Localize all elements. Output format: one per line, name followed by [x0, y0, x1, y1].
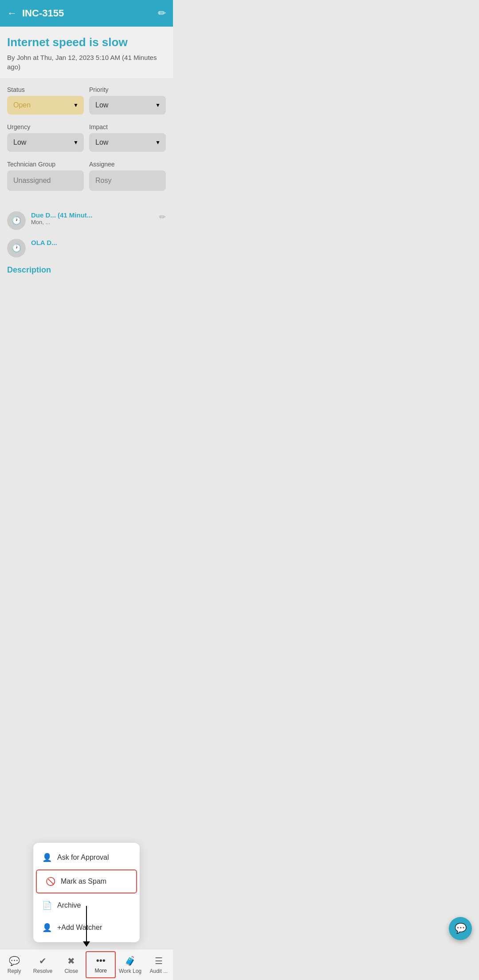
- due-date-content: Due D... (41 Minut... Mon, ...: [31, 211, 154, 225]
- urgency-select-wrapper[interactable]: Low: [7, 133, 84, 152]
- ticket-title-section: Internet speed is slow By John at Thu, J…: [0, 27, 173, 79]
- description-title: Description: [7, 265, 166, 275]
- priority-field-group: Priority Low: [89, 86, 166, 115]
- tech-group-value[interactable]: Unassigned: [7, 170, 84, 191]
- impact-label: Impact: [89, 123, 166, 130]
- urgency-field-group: Urgency Low: [7, 123, 84, 152]
- due-date-icon: 🕐: [7, 211, 26, 230]
- status-select-wrapper[interactable]: Open: [7, 96, 84, 115]
- due-date-row: 🕐 Due D... (41 Minut... Mon, ... ✏: [7, 207, 166, 234]
- due-date-edit-icon[interactable]: ✏: [159, 211, 166, 222]
- impact-select-wrapper[interactable]: Low: [89, 133, 166, 152]
- ola-row: 🕐 OLA D...: [7, 234, 166, 262]
- priority-select-wrapper[interactable]: Low: [89, 96, 166, 115]
- ola-title: OLA D...: [31, 239, 166, 246]
- urgency-label: Urgency: [7, 123, 84, 130]
- status-field-group: Status Open: [7, 86, 84, 115]
- items-section: 🕐 Due D... (41 Minut... Mon, ... ✏ 🕐 OLA…: [0, 207, 173, 262]
- description-section: Description: [0, 262, 173, 280]
- assignee-value[interactable]: Rosy: [89, 170, 166, 191]
- due-date-subtitle: Mon, ...: [31, 219, 154, 225]
- urgency-impact-row: Urgency Low Impact Low: [7, 123, 166, 152]
- impact-select[interactable]: Low: [89, 133, 166, 152]
- tech-group-label: Technician Group: [7, 161, 84, 168]
- status-priority-row: Status Open Priority Low: [7, 86, 166, 115]
- impact-field-group: Impact Low: [89, 123, 166, 152]
- header-title: INC-3155: [22, 8, 64, 19]
- ticket-meta: By John at Thu, Jan 12, 2023 5:10 AM (41…: [7, 53, 166, 71]
- fields-section: Status Open Priority Low Urgency Low Imp…: [0, 79, 173, 207]
- ola-icon: 🕐: [7, 239, 26, 257]
- header-left: ← INC-3155: [7, 8, 64, 19]
- back-button[interactable]: ←: [7, 8, 17, 19]
- urgency-select[interactable]: Low: [7, 133, 84, 152]
- status-label: Status: [7, 86, 84, 93]
- priority-select[interactable]: Low: [89, 96, 166, 115]
- ola-content: OLA D...: [31, 239, 166, 246]
- tech-assignee-row: Technician Group Unassigned Assignee Ros…: [7, 161, 166, 191]
- assignee-field: Assignee Rosy: [89, 161, 166, 191]
- priority-label: Priority: [89, 86, 166, 93]
- edit-icon[interactable]: ✏: [158, 8, 166, 19]
- ticket-title: Internet speed is slow: [7, 36, 166, 49]
- tech-group-field: Technician Group Unassigned: [7, 161, 84, 191]
- assignee-label: Assignee: [89, 161, 166, 168]
- due-date-title: Due D... (41 Minut...: [31, 211, 154, 219]
- app-header: ← INC-3155 ✏: [0, 0, 173, 27]
- status-select[interactable]: Open: [7, 96, 84, 115]
